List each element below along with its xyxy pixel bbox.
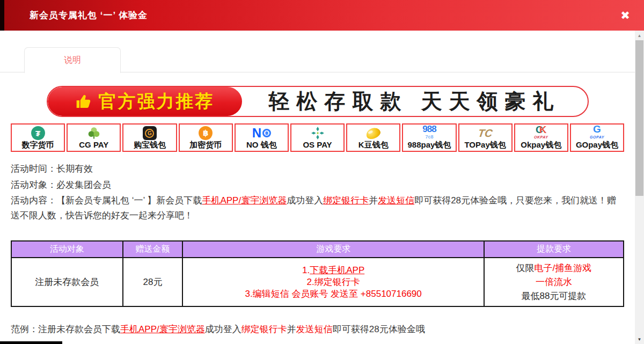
text-segment: 成功登入 [205,324,241,334]
header-bonus-amount: 赠送金额 [123,241,183,258]
payment-label: TOPay钱包 [464,141,506,149]
header-withdraw-requirement: 提款要求 [484,241,624,258]
tether-icon: ₮ [31,126,45,141]
official-recommend-badge: 官方强力推荐 [48,87,242,116]
close-icon: ✖ [620,9,630,22]
requirements-table: 活动对象 赠送金额 游戏要求 提款要求 注册未存款会员 28元 1.下载手机AP… [11,240,624,307]
link-text[interactable]: 手机APP [202,195,238,206]
cell-target: 注册未存款会员 [11,258,123,306]
cell-game-requirements: 1.下载手机APP 2.绑定银行卡 3.编辑短信 会员账号 发送至 +85510… [182,258,484,306]
text-segment: 一倍流水 [536,277,572,287]
text-segment: 并 [369,195,378,206]
no-wallet-icon: N ฿ [252,126,271,141]
gold-bean-icon [366,126,380,141]
text-segment: 仅限 [516,263,535,273]
thumbs-up-icon [75,93,92,110]
example-line: 范例：注册未存款会员下载手机APP/寰宇浏览器成功登入绑定银行卡并发送短信即可获… [11,323,624,336]
link-text[interactable]: 发送短信 [378,195,414,206]
banner-headline-wrap: 轻松存取款 天天领豪礼 [242,87,588,116]
988pay-icon: 9887c8 [422,125,436,141]
tab-bar: 说明 [0,47,635,72]
game-req-line: 3.编辑短信 会员账号 发送至 +85510716690 [183,288,483,300]
close-button[interactable]: ✖ [616,0,634,31]
modal-header: 新会员专属礼包 ‘一’ 体验金 ✖ [0,0,644,31]
payment-goubao: G 购宝钱包 [122,123,177,152]
activity-content: 活动内容：【新会员专属礼包 ‘一’ 】新会员下载手机APP/寰宇浏览器成功登入绑… [11,193,624,223]
activity-info: 活动时间：长期有效 活动对象：必发集团会员 活动内容：【新会员专属礼包 ‘一’ … [11,161,624,223]
okpay-icon: CK OKPAY [534,126,548,141]
payment-label: OS PAY [303,141,332,149]
payment-cgpay: CG PAY [67,123,121,152]
tab-description[interactable]: 说明 [24,47,121,73]
payment-label: 购宝钱包 [134,141,166,149]
link-text[interactable]: 绑定银行卡 [323,195,369,206]
text-segment: 即可获得28元体验金哦 [333,324,425,334]
table-header-row: 活动对象 赠送金额 游戏要求 提款要求 [11,241,624,258]
withdraw-req-line: 一倍流水 [485,275,623,289]
compass-sparkle-icon [311,126,325,141]
text-segment: 最低88元可提款 [521,291,586,301]
scrollbar-up-arrow[interactable]: ▲ [635,31,644,40]
text-segment: 电子/捕鱼游戏 [535,263,592,273]
page-scrollbar[interactable]: ▲ ▼ [635,31,644,344]
payment-methods-row: ₮ 数字货币 CG PAY G 购宝钱 [11,123,624,152]
text-segment: 绑定银行卡 [241,324,287,334]
text-segment: 1. [302,265,310,275]
payment-okpay: CK OKPAY Okpay钱包 [514,123,568,152]
withdraw-req-line: 仅限电子/捕鱼游戏 [485,261,623,275]
clover-icon [87,126,101,141]
payment-label: 加密货币 [189,141,222,149]
text-segment: 并 [287,324,296,334]
cell-withdraw-requirements: 仅限电子/捕鱼游戏 一倍流水 最低88元可提款 [484,258,624,306]
scrollbar-down-arrow[interactable]: ▼ [635,335,644,343]
text-segment: 活动内容：【新会员专属礼包 ‘一’ 】新会员下载 [11,195,202,206]
promo-banner: 官方强力推荐 轻松存取款 天天领豪礼 [47,86,589,117]
badge-text: 官方强力推荐 [99,90,215,114]
payment-gopay: G GOPAY GOpay钱包 [570,123,624,152]
payment-988pay: 9887c8 988pay钱包 [402,123,456,152]
backdrop-band [0,341,62,344]
payment-label: NO 钱包 [246,141,277,149]
payment-label: GOpay钱包 [576,141,618,149]
scrollbar-thumb[interactable] [635,40,643,196]
payment-no-wallet: N ฿ NO 钱包 [235,123,289,152]
payment-label: K豆钱包 [358,141,389,149]
payment-digital-currency: ₮ 数字货币 [11,123,65,152]
game-req-line: 1.下载手机APP [183,265,483,276]
payment-label: Okpay钱包 [521,141,561,149]
modal-content: 说明 官方强力推荐 轻松存取款 天天领豪礼 ₮ 数字货币 [0,31,635,344]
header-game-requirement: 游戏要求 [182,241,484,258]
tab-label: 说明 [64,55,81,66]
payment-kdou: K豆钱包 [346,123,400,152]
withdraw-req-line: 最低88元可提款 [485,289,623,303]
text-segment: 成功登入 [287,195,323,206]
gopay-icon: G GOPAY [590,125,604,141]
header-activity-target: 活动对象 [11,241,123,258]
link-text[interactable]: 下载手机APP [310,265,364,275]
promo-modal: 新会员专属礼包 ‘一’ 体验金 ✖ 说明 官方强力推荐 轻松存取款 天天领豪礼 [0,0,644,344]
text-segment: 范例：注册未存款会员下载 [11,324,120,334]
modal-title: 新会员专属礼包 ‘一’ 体验金 [0,9,148,21]
text-segment: 3.编辑短信 会员账号 发送至 +85510716690 [245,289,422,299]
activity-time: 活动时间：长期有效 [11,161,624,177]
goubao-icon: G [143,126,157,141]
payment-topay: TC TOPay钱包 [458,123,513,152]
cell-amount: 28元 [123,258,183,306]
payment-label: 988pay钱包 [407,141,451,149]
link-text[interactable]: 寰宇浏览器 [241,195,287,206]
link-text[interactable]: 手机APP/寰宇浏览器 [120,324,205,334]
banner-headline: 轻松存取款 天天领豪礼 [269,87,561,116]
bitcoin-icon: ฿ [199,126,213,141]
text-segment: 2.绑定银行卡 [307,277,360,287]
payment-ospay: OS PAY [290,123,345,152]
payment-label: CG PAY [79,141,108,149]
backdrop-sliver [0,0,4,31]
topay-icon: TC [478,126,493,141]
activity-target: 活动对象：必发集团会员 [11,177,624,193]
table-row: 注册未存款会员 28元 1.下载手机APP 2.绑定银行卡 3.编辑短信 会员账… [11,258,624,306]
payment-label: 数字货币 [22,141,54,149]
text-segment: 发送短信 [296,324,333,334]
game-req-line: 2.绑定银行卡 [183,276,483,288]
payment-crypto: ฿ 加密货币 [179,123,233,152]
